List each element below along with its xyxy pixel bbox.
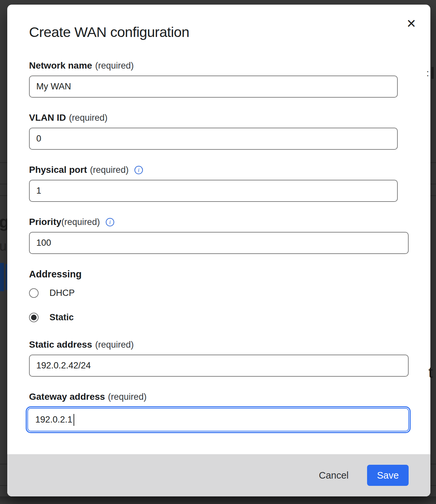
required-hint: (required) — [61, 217, 100, 227]
priority-group: Priority (required) i — [29, 216, 416, 254]
info-icon[interactable]: i — [134, 166, 143, 174]
gateway-address-label: Gateway address — [29, 392, 105, 402]
svg-text:i: i — [109, 219, 110, 225]
create-wan-dialog: ✕ Create WAN configuration Network name … — [7, 5, 430, 496]
dialog-body: Create WAN configuration Network name (r… — [7, 5, 430, 433]
gateway-address-group: Gateway address (required) — [29, 391, 416, 433]
priority-input[interactable] — [29, 232, 409, 254]
radio-option-dhcp[interactable]: DHCP — [29, 287, 416, 299]
radio-option-static[interactable]: Static — [29, 312, 416, 323]
radio-button-checked[interactable] — [29, 313, 39, 322]
static-address-group: Static address (required) — [29, 339, 416, 377]
save-button[interactable]: Save — [367, 465, 409, 486]
background-text-fragment: t — [428, 365, 433, 380]
physical-port-label: Physical port — [29, 165, 87, 175]
background-shadow — [0, 496, 436, 504]
radio-button-unchecked[interactable] — [29, 288, 39, 298]
cancel-button[interactable]: Cancel — [317, 467, 351, 484]
radio-label-static: Static — [49, 312, 74, 323]
vlan-id-label-row: VLAN ID (required) — [29, 112, 416, 123]
static-address-label-row: Static address (required) — [29, 339, 416, 350]
info-icon[interactable]: i — [106, 218, 114, 227]
required-hint: (required) — [108, 392, 146, 402]
static-address-input[interactable] — [29, 355, 409, 377]
vlan-id-label: VLAN ID — [29, 112, 66, 123]
gateway-address-input[interactable] — [27, 408, 409, 431]
svg-text:i: i — [138, 167, 139, 173]
dialog-footer: Cancel Save — [7, 454, 430, 496]
required-hint: (required) — [95, 340, 134, 350]
required-hint: (required) — [69, 113, 108, 123]
addressing-heading: Addressing — [29, 268, 416, 280]
network-name-label: Network name — [29, 60, 92, 71]
priority-label: Priority — [29, 217, 61, 227]
priority-label-row: Priority (required) i — [29, 216, 416, 228]
radio-label-dhcp: DHCP — [49, 288, 75, 298]
background-button-fragment — [0, 263, 4, 291]
network-name-label-row: Network name (required) — [29, 60, 416, 71]
physical-port-input[interactable] — [29, 180, 398, 202]
required-hint: (required) — [90, 165, 129, 175]
required-hint: (required) — [95, 61, 134, 71]
gateway-address-focus-ring — [26, 406, 411, 433]
background-text-fragment: : — [426, 69, 429, 78]
gateway-address-label-row: Gateway address (required) — [29, 391, 416, 402]
network-name-group: Network name (required) — [29, 60, 416, 98]
text-cursor — [74, 414, 74, 426]
background-text-fragment — [431, 67, 434, 79]
physical-port-label-row: Physical port (required) i — [29, 164, 416, 175]
vlan-id-input[interactable] — [29, 128, 398, 150]
static-address-label: Static address — [29, 339, 92, 350]
network-name-input[interactable] — [29, 76, 398, 98]
physical-port-group: Physical port (required) i — [29, 164, 416, 202]
background-text-fragment: u — [0, 239, 7, 253]
vlan-id-group: VLAN ID (required) — [29, 112, 416, 150]
dialog-title: Create WAN configuration — [29, 24, 416, 40]
